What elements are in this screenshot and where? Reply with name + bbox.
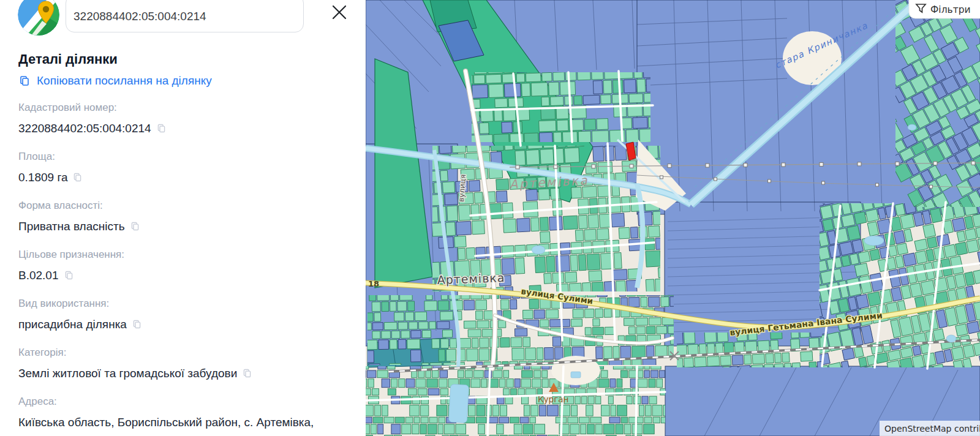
field-value: 3220884402:05:004:0214 [18,122,151,135]
copy-icon[interactable] [242,368,252,381]
field-value: Київська область, Бориспільський район, … [18,416,314,436]
field-value: 0.1809 га [18,171,67,184]
field-value: В.02.01 [18,269,59,282]
field-label: Кадастровий номер: [18,102,349,114]
field-label: Категорія: [18,347,349,359]
field-row: Кадастровий номер: 3220884402:05:004:021… [18,102,349,138]
panel-title: Деталі ділянки [18,51,118,67]
close-button[interactable] [329,2,350,23]
field-row: Площа: 0.1809 га [18,151,349,187]
copy-icon [18,75,31,87]
search-box [66,0,304,32]
copy-parcel-link-button[interactable]: Копіювати посилання на ділянку [18,74,212,88]
field-label: Форма власності: [18,200,349,212]
field-value: Землі житлової та громадської забудови [18,367,237,380]
map-label-mound: Курган [538,394,568,404]
map-label-settlement: Артемівка [437,271,505,287]
map-canvas[interactable]: Артемівка Артемівка вулиця Сулими вулиця… [366,0,980,436]
osm-attribution-label: OpenStreetMap contributors [884,424,980,434]
search-input[interactable] [66,1,303,32]
field-value: Приватна власність [18,220,125,233]
filters-button-label: Фільтри [930,4,971,15]
osm-attribution[interactable]: OpenStreetMap contributors [880,421,980,436]
field-label: Вид використання: [18,298,349,310]
field-row: Вид використання: присадибна ділянка [18,298,349,334]
cadastral-map-app: Деталі ділянки Копіювати посилання на ді… [0,0,980,436]
close-icon [330,3,349,21]
field-label: Цільове призначення: [18,249,349,261]
copy-icon[interactable] [132,319,142,332]
details-panel: Деталі ділянки Копіювати посилання на ді… [0,0,366,436]
field-row: Категорія: Землі житлової та громадської… [18,347,349,383]
field-row: Цільове призначення: В.02.01 [18,249,349,285]
app-logo[interactable] [18,0,59,36]
map-pin-logo-icon [18,0,59,36]
parcel-fields: Кадастровий номер: 3220884402:05:004:021… [18,102,349,436]
copy-icon[interactable] [156,123,167,136]
field-row: Адреса: Київська область, Бориспільський… [18,396,349,436]
copy-icon[interactable] [64,270,74,283]
copy-icon[interactable] [130,221,140,234]
map-label-route-number: 18 [368,279,379,288]
field-row: Форма власності: Приватна власність [18,200,349,236]
copy-parcel-link-label: Копіювати посилання на ділянку [37,74,212,88]
copy-icon[interactable] [72,172,83,185]
field-label: Адреса: [18,396,349,408]
filters-button[interactable]: Фільтри [909,0,980,18]
field-label: Площа: [18,151,349,163]
field-value: присадибна ділянка [18,318,127,331]
